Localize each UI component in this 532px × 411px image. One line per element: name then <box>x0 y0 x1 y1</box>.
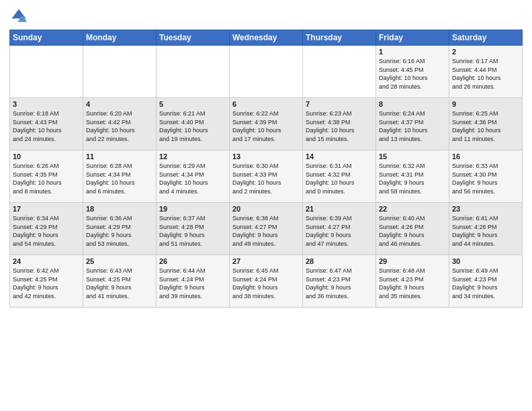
day-cell: 28Sunrise: 6:47 AM Sunset: 4:23 PM Dayli… <box>303 255 376 308</box>
day-number: 12 <box>159 152 226 161</box>
day-cell <box>303 46 376 98</box>
day-info: Sunrise: 6:28 AM Sunset: 4:34 PM Dayligh… <box>86 162 153 195</box>
day-cell: 3Sunrise: 6:18 AM Sunset: 4:43 PM Daylig… <box>10 98 83 150</box>
weekday-header-monday: Monday <box>83 30 157 46</box>
day-number: 23 <box>452 205 519 213</box>
day-info: Sunrise: 6:18 AM Sunset: 4:43 PM Dayligh… <box>13 109 80 143</box>
day-cell: 27Sunrise: 6:45 AM Sunset: 4:24 PM Dayli… <box>230 255 303 308</box>
logo <box>9 7 30 26</box>
day-cell: 24Sunrise: 6:42 AM Sunset: 4:25 PM Dayli… <box>10 255 83 308</box>
day-info: Sunrise: 6:41 AM Sunset: 4:26 PM Dayligh… <box>452 214 519 248</box>
day-number: 11 <box>86 152 153 161</box>
week-row-4: 17Sunrise: 6:34 AM Sunset: 4:29 PM Dayli… <box>10 203 523 255</box>
day-number: 3 <box>13 100 80 108</box>
weekday-header-row: SundayMondayTuesdayWednesdayThursdayFrid… <box>10 30 523 46</box>
day-info: Sunrise: 6:22 AM Sunset: 4:39 PM Dayligh… <box>232 109 300 143</box>
day-info: Sunrise: 6:40 AM Sunset: 4:26 PM Dayligh… <box>379 214 446 248</box>
day-info: Sunrise: 6:34 AM Sunset: 4:29 PM Dayligh… <box>13 214 80 248</box>
day-info: Sunrise: 6:39 AM Sunset: 4:27 PM Dayligh… <box>306 214 373 248</box>
day-cell: 25Sunrise: 6:43 AM Sunset: 4:25 PM Dayli… <box>83 255 157 308</box>
day-cell: 18Sunrise: 6:36 AM Sunset: 4:29 PM Dayli… <box>83 203 157 255</box>
day-info: Sunrise: 6:32 AM Sunset: 4:31 PM Dayligh… <box>379 162 446 195</box>
day-number: 24 <box>13 257 80 265</box>
day-info: Sunrise: 6:21 AM Sunset: 4:40 PM Dayligh… <box>159 109 226 143</box>
day-info: Sunrise: 6:44 AM Sunset: 4:24 PM Dayligh… <box>159 267 226 300</box>
week-row-1: 1Sunrise: 6:16 AM Sunset: 4:45 PM Daylig… <box>10 46 523 98</box>
day-number: 6 <box>232 100 300 108</box>
day-info: Sunrise: 6:36 AM Sunset: 4:29 PM Dayligh… <box>86 214 153 248</box>
day-cell: 14Sunrise: 6:31 AM Sunset: 4:32 PM Dayli… <box>303 150 376 203</box>
day-info: Sunrise: 6:31 AM Sunset: 4:32 PM Dayligh… <box>306 162 373 195</box>
day-number: 13 <box>232 152 300 161</box>
day-number: 9 <box>452 100 519 108</box>
day-number: 1 <box>379 48 446 56</box>
day-number: 28 <box>306 257 373 265</box>
day-cell <box>83 46 157 98</box>
day-cell: 5Sunrise: 6:21 AM Sunset: 4:40 PM Daylig… <box>157 98 230 150</box>
day-cell: 21Sunrise: 6:39 AM Sunset: 4:27 PM Dayli… <box>303 203 376 255</box>
day-cell: 30Sunrise: 6:49 AM Sunset: 4:23 PM Dayli… <box>449 255 523 308</box>
day-cell: 15Sunrise: 6:32 AM Sunset: 4:31 PM Dayli… <box>376 150 449 203</box>
day-number: 7 <box>306 100 373 108</box>
day-number: 16 <box>452 152 519 161</box>
day-info: Sunrise: 6:17 AM Sunset: 4:44 PM Dayligh… <box>452 57 519 91</box>
day-info: Sunrise: 6:43 AM Sunset: 4:25 PM Dayligh… <box>86 267 153 300</box>
day-info: Sunrise: 6:29 AM Sunset: 4:34 PM Dayligh… <box>159 162 226 195</box>
day-number: 8 <box>379 100 446 108</box>
day-cell <box>230 46 303 98</box>
day-info: Sunrise: 6:47 AM Sunset: 4:23 PM Dayligh… <box>306 267 373 300</box>
logo-icon <box>9 7 28 26</box>
day-number: 10 <box>13 152 80 161</box>
day-number: 26 <box>159 257 226 265</box>
week-row-3: 10Sunrise: 6:26 AM Sunset: 4:35 PM Dayli… <box>10 150 523 203</box>
day-cell: 6Sunrise: 6:22 AM Sunset: 4:39 PM Daylig… <box>230 98 303 150</box>
day-info: Sunrise: 6:38 AM Sunset: 4:27 PM Dayligh… <box>232 214 300 248</box>
day-info: Sunrise: 6:23 AM Sunset: 4:38 PM Dayligh… <box>306 109 373 143</box>
day-info: Sunrise: 6:45 AM Sunset: 4:24 PM Dayligh… <box>232 267 300 300</box>
weekday-header-friday: Friday <box>376 30 449 46</box>
day-number: 14 <box>306 152 373 161</box>
weekday-header-sunday: Sunday <box>10 30 83 46</box>
page: SundayMondayTuesdayWednesdayThursdayFrid… <box>0 0 532 411</box>
week-row-5: 24Sunrise: 6:42 AM Sunset: 4:25 PM Dayli… <box>10 255 523 308</box>
day-cell: 13Sunrise: 6:30 AM Sunset: 4:33 PM Dayli… <box>230 150 303 203</box>
day-cell: 1Sunrise: 6:16 AM Sunset: 4:45 PM Daylig… <box>376 46 449 98</box>
day-cell: 17Sunrise: 6:34 AM Sunset: 4:29 PM Dayli… <box>10 203 83 255</box>
day-cell: 7Sunrise: 6:23 AM Sunset: 4:38 PM Daylig… <box>303 98 376 150</box>
day-cell: 19Sunrise: 6:37 AM Sunset: 4:28 PM Dayli… <box>157 203 230 255</box>
day-cell <box>10 46 83 98</box>
day-info: Sunrise: 6:26 AM Sunset: 4:35 PM Dayligh… <box>13 162 80 195</box>
day-cell: 11Sunrise: 6:28 AM Sunset: 4:34 PM Dayli… <box>83 150 157 203</box>
day-cell: 4Sunrise: 6:20 AM Sunset: 4:42 PM Daylig… <box>83 98 157 150</box>
day-info: Sunrise: 6:20 AM Sunset: 4:42 PM Dayligh… <box>86 109 153 143</box>
day-info: Sunrise: 6:30 AM Sunset: 4:33 PM Dayligh… <box>232 162 300 195</box>
day-number: 20 <box>232 205 300 213</box>
weekday-header-tuesday: Tuesday <box>157 30 230 46</box>
day-number: 30 <box>452 257 519 265</box>
day-number: 5 <box>159 100 226 108</box>
day-number: 22 <box>379 205 446 213</box>
day-number: 19 <box>159 205 226 213</box>
day-number: 18 <box>86 205 153 213</box>
header <box>9 7 523 26</box>
day-cell: 8Sunrise: 6:24 AM Sunset: 4:37 PM Daylig… <box>376 98 449 150</box>
weekday-header-wednesday: Wednesday <box>230 30 303 46</box>
day-cell: 2Sunrise: 6:17 AM Sunset: 4:44 PM Daylig… <box>449 46 523 98</box>
day-cell <box>157 46 230 98</box>
day-number: 21 <box>306 205 373 213</box>
day-info: Sunrise: 6:16 AM Sunset: 4:45 PM Dayligh… <box>379 57 446 91</box>
day-number: 2 <box>452 48 519 56</box>
day-cell: 16Sunrise: 6:33 AM Sunset: 4:30 PM Dayli… <box>449 150 523 203</box>
weekday-header-saturday: Saturday <box>449 30 523 46</box>
day-cell: 23Sunrise: 6:41 AM Sunset: 4:26 PM Dayli… <box>449 203 523 255</box>
day-number: 25 <box>86 257 153 265</box>
day-cell: 29Sunrise: 6:48 AM Sunset: 4:23 PM Dayli… <box>376 255 449 308</box>
day-cell: 26Sunrise: 6:44 AM Sunset: 4:24 PM Dayli… <box>157 255 230 308</box>
day-cell: 20Sunrise: 6:38 AM Sunset: 4:27 PM Dayli… <box>230 203 303 255</box>
day-cell: 9Sunrise: 6:25 AM Sunset: 4:36 PM Daylig… <box>449 98 523 150</box>
day-info: Sunrise: 6:42 AM Sunset: 4:25 PM Dayligh… <box>13 267 80 300</box>
week-row-2: 3Sunrise: 6:18 AM Sunset: 4:43 PM Daylig… <box>10 98 523 150</box>
day-cell: 12Sunrise: 6:29 AM Sunset: 4:34 PM Dayli… <box>157 150 230 203</box>
day-number: 27 <box>232 257 300 265</box>
day-info: Sunrise: 6:48 AM Sunset: 4:23 PM Dayligh… <box>379 267 446 300</box>
